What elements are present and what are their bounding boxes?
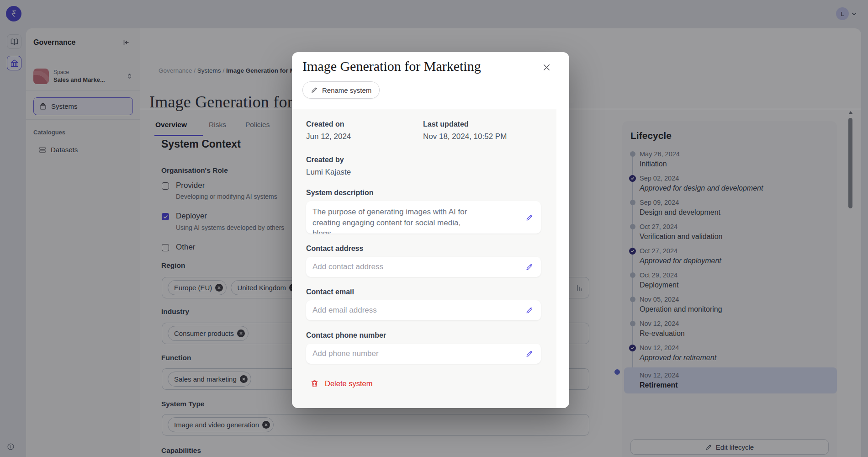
app-screen: L Governance Space Sales and Marke... xyxy=(0,0,868,457)
system-description-text: The purpose of generating images with AI… xyxy=(306,201,487,234)
pencil-icon xyxy=(311,86,318,94)
created-by-value: Lumi Kajaste xyxy=(306,167,541,178)
contact-phone-placeholder: Add phone number xyxy=(306,344,541,364)
last-updated-label: Last updated xyxy=(423,119,507,129)
edit-description-button[interactable] xyxy=(525,213,534,222)
modal-body: Created on Jun 12, 2024 Last updated Nov… xyxy=(292,109,569,408)
modal-scroll-gutter xyxy=(556,109,569,408)
edit-contact-address-button[interactable] xyxy=(525,263,534,271)
pencil-icon xyxy=(525,213,534,222)
contact-phone-label: Contact phone number xyxy=(306,330,541,340)
system-description-field[interactable]: The purpose of generating images with AI… xyxy=(306,201,541,234)
contact-address-placeholder: Add contact address xyxy=(306,257,541,277)
created-on-label: Created on xyxy=(306,119,423,129)
close-icon xyxy=(542,63,551,72)
contact-address-label: Contact address xyxy=(306,244,541,253)
contact-email-label: Contact email xyxy=(306,287,541,297)
modal-title: Image Generation for Marketing xyxy=(302,58,481,74)
created-on-value: Jun 12, 2024 xyxy=(306,131,423,142)
pencil-icon xyxy=(525,263,534,271)
created-by-label: Created by xyxy=(306,155,541,165)
last-updated-value: Nov 18, 2024, 10:52 PM xyxy=(423,131,507,142)
rename-system-button[interactable]: Rename system xyxy=(302,81,380,99)
pencil-icon xyxy=(525,306,534,314)
contact-phone-field[interactable]: Add phone number xyxy=(306,344,541,364)
pencil-icon xyxy=(525,350,534,358)
delete-system-button[interactable]: Delete system xyxy=(310,379,541,388)
edit-contact-email-button[interactable] xyxy=(525,306,534,314)
contact-email-field[interactable]: Add email address xyxy=(306,300,541,320)
contact-address-field[interactable]: Add contact address xyxy=(306,257,541,277)
system-details-modal: Image Generation for Marketing Rename sy… xyxy=(292,52,569,408)
edit-contact-phone-button[interactable] xyxy=(525,350,534,358)
system-description-label: System description xyxy=(306,188,541,197)
modal-close-button[interactable] xyxy=(541,62,552,73)
trash-icon xyxy=(310,379,319,388)
contact-email-placeholder: Add email address xyxy=(306,300,541,320)
